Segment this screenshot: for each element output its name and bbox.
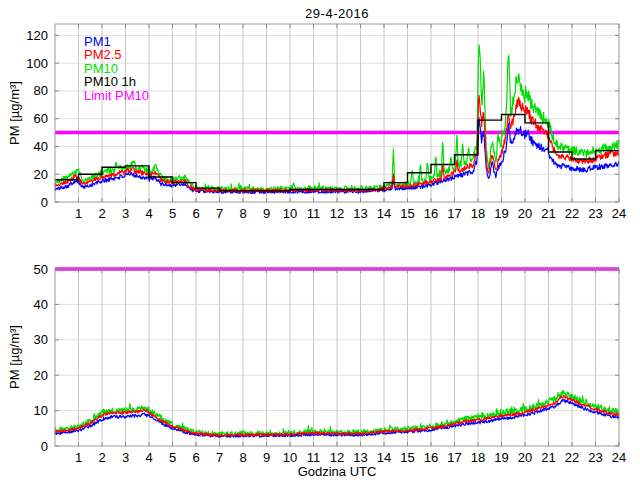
x-tick-label: 16 bbox=[424, 450, 438, 465]
legend-item-pm10-1h: PM10 1h bbox=[84, 75, 149, 88]
x-tick-label: 21 bbox=[541, 450, 555, 465]
x-tick-label: 2 bbox=[98, 206, 105, 221]
y-tick-label: 60 bbox=[34, 111, 48, 126]
y-tick-label: 100 bbox=[26, 56, 48, 71]
x-tick-label: 7 bbox=[216, 206, 223, 221]
x-tick-label: 9 bbox=[263, 450, 270, 465]
x-tick-label: 5 bbox=[169, 206, 176, 221]
x-tick-label: 7 bbox=[216, 450, 223, 465]
legend: PM1 PM2.5 PM10 PM10 1h Limit PM10 bbox=[84, 35, 149, 102]
y-tick-label: 30 bbox=[34, 332, 48, 347]
x-tick-label: 11 bbox=[307, 450, 321, 465]
x-tick-label: 22 bbox=[565, 450, 579, 465]
x-axis-label: Godzina UTC bbox=[55, 464, 619, 479]
x-tick-label: 17 bbox=[447, 206, 461, 221]
y-tick-label: 80 bbox=[34, 83, 48, 98]
top-y-axis-label: PM [µg/m³] bbox=[7, 81, 22, 145]
y-tick-label: 20 bbox=[34, 368, 48, 383]
y-tick-label: 20 bbox=[34, 167, 48, 182]
bottom-plot: 1234567891011121314151617181920212223240… bbox=[34, 262, 627, 466]
legend-item-pm10: PM10 bbox=[84, 62, 149, 75]
x-tick-label: 13 bbox=[353, 206, 367, 221]
x-tick-label: 8 bbox=[239, 450, 246, 465]
x-tick-label: 9 bbox=[263, 206, 270, 221]
y-tick-label: 0 bbox=[41, 439, 48, 454]
pm-figure: 1234567891011121314151617181920212223240… bbox=[0, 0, 640, 480]
x-tick-label: 4 bbox=[145, 450, 152, 465]
vertical-gridlines bbox=[79, 269, 596, 446]
bottom-y-axis-label: PM [µg/m³] bbox=[7, 325, 22, 389]
x-tick-label: 5 bbox=[169, 450, 176, 465]
x-tick-label: 15 bbox=[400, 450, 414, 465]
x-tick-label: 10 bbox=[283, 206, 297, 221]
x-tick-label: 10 bbox=[283, 450, 297, 465]
x-tick-label: 17 bbox=[447, 450, 461, 465]
legend-item-pm2-5: PM2.5 bbox=[84, 48, 149, 61]
x-tick-label: 11 bbox=[307, 206, 321, 221]
x-tick-label: 19 bbox=[494, 206, 508, 221]
legend-item-pm1: PM1 bbox=[84, 35, 149, 48]
x-tick-label: 13 bbox=[353, 450, 367, 465]
y-tick-label: 40 bbox=[34, 139, 48, 154]
x-tick-label: 21 bbox=[541, 206, 555, 221]
x-tick-label: 23 bbox=[588, 450, 602, 465]
y-tick-label: 10 bbox=[34, 403, 48, 418]
y-tick-label: 40 bbox=[34, 297, 48, 312]
x-tick-label: 19 bbox=[494, 450, 508, 465]
x-tick-label: 14 bbox=[377, 450, 391, 465]
x-tick-label: 8 bbox=[239, 206, 246, 221]
x-tick-label: 12 bbox=[330, 450, 344, 465]
x-tick-label: 15 bbox=[400, 206, 414, 221]
x-tick-label: 12 bbox=[330, 206, 344, 221]
x-tick-label: 6 bbox=[192, 206, 199, 221]
x-tick-label: 22 bbox=[565, 206, 579, 221]
y-tick-label: 120 bbox=[26, 28, 48, 43]
chart-title: 29-4-2016 bbox=[55, 6, 619, 21]
y-tick-label: 0 bbox=[41, 195, 48, 210]
x-tick-label: 18 bbox=[471, 450, 485, 465]
x-tick-label: 24 bbox=[612, 450, 626, 465]
x-tick-label: 2 bbox=[98, 450, 105, 465]
x-tick-label: 24 bbox=[612, 206, 626, 221]
x-tick-label: 20 bbox=[518, 450, 532, 465]
x-tick-label: 4 bbox=[145, 206, 152, 221]
x-tick-label: 20 bbox=[518, 206, 532, 221]
y-tick-label: 50 bbox=[34, 262, 48, 277]
x-tick-label: 3 bbox=[122, 206, 129, 221]
x-tick-label: 16 bbox=[424, 206, 438, 221]
vertical-gridlines bbox=[79, 24, 596, 202]
x-tick-label: 18 bbox=[471, 206, 485, 221]
x-tick-label: 3 bbox=[122, 450, 129, 465]
x-tick-label: 23 bbox=[588, 206, 602, 221]
legend-item-limit-pm10: Limit PM10 bbox=[84, 89, 149, 102]
x-tick-label: 1 bbox=[75, 206, 82, 221]
x-tick-label: 6 bbox=[192, 450, 199, 465]
x-tick-label: 1 bbox=[75, 450, 82, 465]
x-tick-label: 14 bbox=[377, 206, 391, 221]
